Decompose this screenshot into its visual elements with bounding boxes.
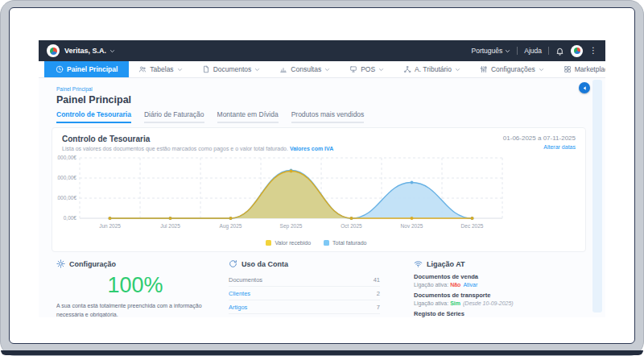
user-avatar[interactable] bbox=[571, 45, 583, 57]
usage-label: Documentos bbox=[229, 276, 262, 284]
chevron-down-icon bbox=[505, 48, 510, 54]
at-entry-documentos-de-venda: Documentos de vendaLigação ativa: NãoAti… bbox=[414, 273, 572, 288]
pos-monitor-icon bbox=[349, 65, 357, 73]
data-point-total-faturado bbox=[411, 181, 414, 184]
topbar: Veritas, S.A. Português Ajuda ⋮ bbox=[39, 40, 605, 61]
tab-produtos-mais-vendidos[interactable]: Produtos mais vendidos bbox=[291, 110, 365, 123]
at-entry-name: Documentos de venda bbox=[414, 273, 572, 280]
collapse-panel-button[interactable] bbox=[579, 82, 590, 93]
dashboard-tabs: Controlo de TesourariaDiário de Faturaçã… bbox=[56, 110, 605, 123]
usage-value: 2 bbox=[377, 290, 380, 297]
bottom-sections: Configuração 100% A sua conta está total… bbox=[56, 259, 605, 317]
usage-section: Uso da Conta Documentos41Clientes2Artigo… bbox=[229, 259, 380, 317]
at-status-prefix: Ligação ativa: bbox=[414, 300, 450, 306]
nav-item-label: Tabelas bbox=[150, 65, 173, 73]
device-screen: Veritas, S.A. Português Ajuda ⋮ bbox=[9, 7, 635, 344]
page-title: Painel Principal bbox=[56, 94, 605, 106]
data-point-valor-recebido bbox=[290, 170, 293, 173]
nav-item-painel-principal[interactable]: Painel Principal bbox=[44, 61, 129, 77]
treasury-chart: 0,00€5.000,00€10.000,00€15.000,00€Jun 20… bbox=[57, 155, 580, 236]
usage-row-artigos[interactable]: Artigos7 bbox=[229, 300, 380, 314]
nav-item-consultas[interactable]: Consultas bbox=[270, 61, 340, 77]
chevron-down-icon[interactable] bbox=[109, 48, 115, 54]
x-axis-tick-label: Dec 2025 bbox=[461, 223, 484, 229]
tab-di-rio-de-fatura-o[interactable]: Diário de Faturação bbox=[144, 110, 204, 123]
usage-label[interactable]: Clientes bbox=[229, 290, 250, 297]
legend-label: Total faturado bbox=[332, 240, 366, 246]
chart-wrap: 0,00€5.000,00€10.000,00€15.000,00€Jun 20… bbox=[57, 155, 576, 239]
values-with-vat-link[interactable]: Valores com IVA bbox=[290, 146, 333, 151]
at-activate-link[interactable]: Ativar bbox=[463, 282, 477, 288]
chevron-down-icon bbox=[254, 67, 260, 72]
treasury-title: Controlo de Tesouraria bbox=[62, 135, 576, 143]
change-dates-link[interactable]: Alterar datas bbox=[503, 144, 576, 150]
data-point-valor-recebido bbox=[169, 217, 172, 220]
date-range: 01-06-2025 a 07-11-2025 bbox=[503, 135, 576, 142]
main-nav: Painel PrincipalTabelasDocumentosConsult… bbox=[39, 61, 605, 78]
nav-item-marketplace[interactable]: Marketplace bbox=[554, 61, 605, 77]
avatar-logo-icon bbox=[574, 48, 580, 54]
divider bbox=[548, 47, 549, 55]
nav-item-documentos[interactable]: Documentos bbox=[192, 61, 270, 77]
config-paragraph-1: A sua conta está totalmente preenchida c… bbox=[56, 303, 202, 317]
at-entry-documentos-de-transporte: Documentos de transporteLigação ativa: S… bbox=[414, 292, 572, 306]
at-status-note: (Desde 10-09-2025) bbox=[463, 300, 514, 306]
treasury-subtitle-text: Lista os valores dos documentos que estã… bbox=[62, 146, 288, 151]
screenshot-canvas: Veritas, S.A. Português Ajuda ⋮ bbox=[0, 0, 644, 356]
usage-label[interactable]: Artigos bbox=[229, 304, 247, 311]
at-status-line: Ligação ativa: NãoAtivar bbox=[414, 282, 572, 288]
company-name[interactable]: Veritas, S.A. bbox=[64, 47, 106, 55]
dashboard-clock-icon bbox=[56, 65, 64, 73]
usage-label[interactable]: Fornecedores bbox=[229, 317, 266, 318]
company-logo-mark-icon bbox=[50, 48, 57, 55]
chevron-down-icon bbox=[324, 67, 330, 72]
collapsed-side-panel[interactable] bbox=[592, 80, 602, 313]
y-axis-tick-label: 15.000,00€ bbox=[57, 155, 76, 160]
usage-title: Uso da Conta bbox=[242, 260, 288, 268]
language-selector[interactable]: Português bbox=[472, 47, 511, 55]
usage-row-clientes[interactable]: Clientes2 bbox=[229, 287, 380, 300]
nav-item-label: Painel Principal bbox=[67, 65, 118, 73]
tab-controlo-de-tesouraria[interactable]: Controlo de Tesouraria bbox=[56, 110, 131, 123]
x-axis-tick-label: Oct 2025 bbox=[341, 223, 362, 229]
nav-item-tabelas[interactable]: Tabelas bbox=[129, 61, 192, 77]
nav-item-configura-es[interactable]: Configurações bbox=[470, 61, 554, 77]
nav-item-pos[interactable]: POS bbox=[340, 61, 394, 77]
users-icon bbox=[138, 65, 147, 73]
legend-swatch-icon bbox=[324, 240, 329, 246]
usage-row-documentos: Documentos41 bbox=[229, 273, 380, 287]
kebab-menu-icon[interactable]: ⋮ bbox=[589, 47, 597, 55]
nav-item-label: A. Tributário bbox=[415, 65, 452, 73]
data-point-valor-recebido bbox=[350, 217, 353, 220]
legend-item-total-faturado[interactable]: Total faturado bbox=[324, 240, 366, 246]
breadcrumb[interactable]: Painel Principal bbox=[56, 86, 605, 92]
chevron-down-icon bbox=[539, 67, 544, 72]
nav-item-a-tribut-rio[interactable]: A. Tributário bbox=[394, 61, 470, 77]
nav-item-label: POS bbox=[361, 65, 375, 73]
nav-item-label: Consultas bbox=[291, 65, 321, 73]
nav-item-label: Configurações bbox=[491, 65, 535, 73]
bar-chart-icon bbox=[279, 65, 287, 73]
bell-icon[interactable] bbox=[555, 47, 564, 56]
legend-item-valor-recebido[interactable]: Valor recebido bbox=[266, 240, 311, 246]
chevron-down-icon bbox=[378, 67, 384, 72]
usage-value: 7 bbox=[377, 304, 380, 311]
at-entry-registo-de-s-ries: Registo de SériesLigação ativa: NãoAtiva… bbox=[414, 310, 572, 317]
tab-montante-em-d-vida[interactable]: Montante em Dívida bbox=[217, 110, 279, 123]
at-status-prefix: Ligação ativa: bbox=[414, 282, 450, 288]
usage-row-fornecedores[interactable]: Fornecedores3 bbox=[229, 314, 380, 317]
config-section: Configuração 100% A sua conta está total… bbox=[56, 259, 214, 317]
gear-icon bbox=[56, 259, 65, 268]
nav-item-label: Marketplace bbox=[575, 65, 605, 73]
help-link[interactable]: Ajuda bbox=[524, 47, 542, 55]
y-axis-tick-label: 5.000,00€ bbox=[57, 195, 76, 201]
at-entry-name: Documentos de transporte bbox=[414, 292, 572, 299]
x-axis-tick-label: Nov 2025 bbox=[401, 223, 423, 229]
nav-item-label: Documentos bbox=[213, 65, 252, 73]
chevron-down-icon bbox=[455, 67, 460, 72]
company-logo-icon[interactable] bbox=[47, 44, 60, 57]
treasury-card: Controlo de Tesouraria Lista os valores … bbox=[52, 127, 586, 252]
hub-icon bbox=[403, 65, 411, 73]
usage-value: 41 bbox=[374, 276, 380, 284]
sliders-icon bbox=[480, 65, 488, 73]
